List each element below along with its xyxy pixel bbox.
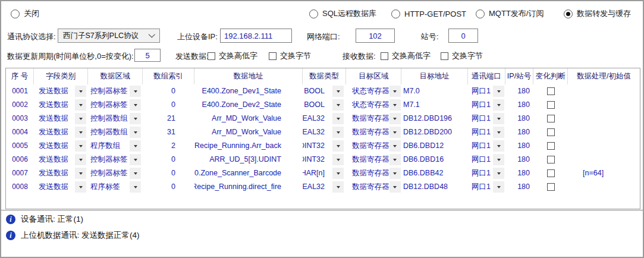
dropdown-button[interactable] <box>75 140 86 152</box>
update-period-input[interactable] <box>134 49 161 62</box>
ip-station-cell: 180 <box>505 112 533 125</box>
dropdown-button[interactable] <box>130 127 141 138</box>
radio-icon[interactable] <box>476 10 485 18</box>
mode-radio-label: 数据转发与缓存 <box>577 8 631 19</box>
recv-swap-byte-checkbox[interactable] <box>441 52 448 60</box>
dropdown-button[interactable] <box>75 86 86 97</box>
dropdown-button[interactable] <box>75 113 86 124</box>
dropdown-button[interactable] <box>493 154 504 165</box>
mode-radio-1[interactable]: SQL远程数据库 <box>309 8 376 19</box>
dropdown-button[interactable] <box>130 154 141 165</box>
dropdown-button[interactable] <box>493 113 504 124</box>
dropdown-button[interactable] <box>130 86 141 97</box>
change-check-checkbox[interactable] <box>547 156 555 163</box>
seq-cell-text: 0008 <box>12 180 28 194</box>
dropdown-button[interactable] <box>75 181 86 193</box>
dropdown-button[interactable] <box>332 154 344 165</box>
change-check-checkbox[interactable] <box>547 142 555 150</box>
change-check-checkbox[interactable] <box>547 87 555 95</box>
dropdown-button[interactable] <box>332 140 344 152</box>
radio-icon[interactable] <box>309 10 318 18</box>
dropdown-button[interactable] <box>332 113 344 124</box>
dropdown-button[interactable] <box>493 181 504 193</box>
dropdown-button[interactable] <box>75 154 86 165</box>
network-port-input[interactable] <box>356 29 395 43</box>
target-address-cell: DB12.DBD48 <box>401 180 468 194</box>
send-swap-word-checkbox[interactable] <box>208 52 215 60</box>
device-ip-input[interactable] <box>220 29 292 43</box>
dropdown-button[interactable] <box>493 127 504 138</box>
dropdown-button[interactable] <box>389 127 401 138</box>
data-mapping-table: 序 号 字段类别 数据区域 数组索引 数据地址 数据类型 目标区域 目标地址 通… <box>5 68 640 209</box>
change-check-checkbox[interactable] <box>547 101 555 109</box>
dropdown-button[interactable] <box>493 140 504 152</box>
dropdown-button[interactable] <box>130 140 141 152</box>
dropdown-button[interactable] <box>332 168 344 179</box>
dropdown-button[interactable] <box>332 127 344 138</box>
dropdown-button[interactable] <box>332 86 344 97</box>
dropdown-button[interactable] <box>332 181 344 193</box>
data-area-cell: 控制器标签 <box>88 98 143 112</box>
seq-cell: 0002 <box>6 98 34 112</box>
mode-radio-2[interactable]: HTTP-GET/POST <box>391 8 466 19</box>
data-area-cell-text: 控制器数组 <box>90 125 128 139</box>
dropdown-button[interactable] <box>493 99 504 111</box>
dropdown-button[interactable] <box>389 99 401 111</box>
change-check-cell <box>533 125 568 139</box>
change-check-checkbox[interactable] <box>547 115 555 122</box>
radio-icon[interactable] <box>11 10 20 18</box>
array-index-cell-text: 0 <box>171 153 175 166</box>
dropdown-button[interactable] <box>493 86 504 97</box>
dropdown-button[interactable] <box>130 181 141 193</box>
dropdown-button[interactable] <box>389 168 401 179</box>
caret-down-icon <box>497 172 501 175</box>
dropdown-button[interactable] <box>130 113 141 124</box>
target-address-cell: DB6.DBB42 <box>401 166 468 180</box>
dropdown-button[interactable] <box>332 99 344 111</box>
table-header-row: 序 号 字段类别 数据区域 数组索引 数据地址 数据类型 目标区域 目标地址 通… <box>6 68 640 84</box>
dropdown-button[interactable] <box>130 168 141 179</box>
change-check-checkbox[interactable] <box>547 169 555 177</box>
ip-station-cell: 180 <box>505 84 533 98</box>
data-address-cell-text: Arr_MD_Work_Value <box>212 112 281 125</box>
dropdown-button[interactable] <box>389 86 401 97</box>
seq-cell-text: 0006 <box>12 153 28 166</box>
mode-radio-0[interactable]: 关闭 <box>11 8 39 19</box>
dropdown-button[interactable] <box>75 168 86 179</box>
target-area-cell: 状态寄存器 <box>346 98 401 112</box>
change-check-cell <box>533 139 568 153</box>
dropdown-button[interactable] <box>389 154 401 165</box>
header-array-index: 数组索引 <box>143 68 194 84</box>
array-index-cell: 21 <box>143 112 194 125</box>
seq-cell-text: 0001 <box>12 84 28 98</box>
mode-radio-4[interactable]: 数据转发与缓存 <box>564 8 631 19</box>
send-swap-byte-checkbox[interactable] <box>269 52 277 60</box>
recv-swap-byte-label: 交换字节 <box>452 51 483 61</box>
header-field-type: 字段类别 <box>34 68 88 84</box>
data-type-cell-text: CHAR[n] <box>303 166 325 180</box>
data-type-cell: DINT32 <box>303 153 346 166</box>
target-area-cell: 数据寄存器 <box>346 166 401 180</box>
mode-radio-3[interactable]: MQTT发布/订阅 <box>476 8 544 19</box>
dropdown-button[interactable] <box>75 99 86 111</box>
dropdown-button[interactable] <box>75 127 86 138</box>
array-index-cell: 0 <box>143 166 194 180</box>
data-area-cell-text: 程序数组 <box>90 139 120 153</box>
caret-down-icon <box>134 104 137 106</box>
data-type-cell: REAL32 <box>303 112 346 125</box>
dropdown-button[interactable] <box>493 168 504 179</box>
change-check-checkbox[interactable] <box>547 128 555 136</box>
dropdown-button[interactable] <box>389 140 401 152</box>
radio-icon[interactable] <box>564 10 573 18</box>
dropdown-button[interactable] <box>389 113 401 124</box>
radio-icon[interactable] <box>391 10 400 18</box>
dropdown-button[interactable] <box>389 181 401 193</box>
header-seq: 序 号 <box>6 68 34 84</box>
change-check-checkbox[interactable] <box>547 183 555 191</box>
data-area-cell: 控制器数组 <box>88 125 143 139</box>
seq-cell: 0003 <box>6 112 34 125</box>
recv-swap-word-checkbox[interactable] <box>381 52 388 60</box>
dropdown-button[interactable] <box>130 99 141 111</box>
station-number-input[interactable] <box>448 29 478 43</box>
protocol-combobox[interactable]: 西门子S7系列PLC协议 <box>58 29 160 43</box>
